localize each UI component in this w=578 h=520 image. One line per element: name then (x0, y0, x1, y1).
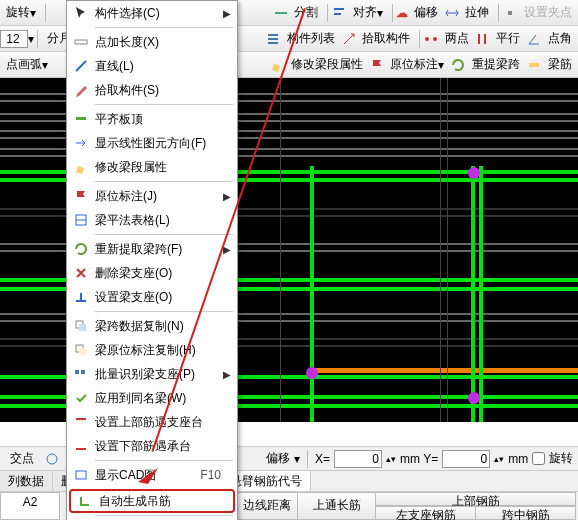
slab-icon (73, 111, 89, 127)
copy2-icon (73, 342, 89, 358)
parallel-icon (475, 31, 491, 47)
shortcut-label: F10 (200, 468, 221, 482)
menu-separator (95, 181, 233, 182)
grid-vertical (447, 78, 448, 422)
rotate-button[interactable]: 旋转 ▾ (2, 2, 40, 23)
menu-apply-same[interactable]: 应用到同名梁(W) (67, 386, 237, 410)
menu-set-upper[interactable]: 设置上部筋遇支座台 (67, 410, 237, 434)
col-upper-full[interactable]: 上通长筋 (298, 492, 376, 520)
list-icon (265, 31, 281, 47)
svg-rect-11 (529, 63, 539, 67)
rebar-button[interactable]: 梁筋 (544, 54, 576, 75)
arc-button[interactable]: 点画弧 ▾ (2, 54, 52, 75)
svg-rect-1 (334, 8, 344, 10)
tab-column-data[interactable]: 列数据 (0, 471, 53, 491)
parallel-button[interactable]: 平行 (492, 28, 524, 49)
col-upper-rebar: 上部钢筋 (376, 492, 576, 506)
offset-button[interactable]: 偏移 (410, 2, 442, 23)
beam-vertical[interactable] (310, 166, 314, 422)
menu-set-support[interactable]: 设置梁支座(O) (67, 285, 237, 309)
split-button[interactable]: 分割 (290, 2, 322, 23)
beam-node[interactable] (468, 392, 480, 404)
angle-icon (526, 31, 542, 47)
apply-icon (73, 390, 89, 406)
mm-label: mm (508, 452, 528, 466)
menu-component-select[interactable]: 构件选择(C)▶ (67, 1, 237, 25)
beam-orange[interactable] (310, 368, 578, 373)
spinner-icon[interactable]: ▴▾ (386, 454, 396, 464)
line-icon (73, 58, 89, 74)
offset-label: 偏移 (266, 450, 290, 467)
separator (419, 30, 420, 48)
separator (392, 4, 393, 22)
spinner-icon[interactable]: ▴▾ (494, 454, 504, 464)
menu-span-copy[interactable]: 梁跨数据复制(N) (67, 314, 237, 338)
menu-point-length[interactable]: 点加长度(X) (67, 30, 237, 54)
svg-rect-2 (334, 13, 341, 15)
beam-vertical[interactable] (471, 166, 475, 422)
font-size-select[interactable] (0, 30, 28, 48)
cursor-icon (73, 5, 89, 21)
svg-point-7 (425, 37, 429, 41)
rotate-label: 旋转 (549, 450, 573, 467)
beam-node[interactable] (468, 167, 480, 179)
point-angle-button[interactable]: 点角 (544, 28, 576, 49)
refresh-icon (450, 57, 466, 73)
y-input[interactable] (442, 450, 490, 468)
set-clamp-button[interactable]: 设置夹点 (520, 2, 576, 23)
menu-batch-recognize[interactable]: 批量识别梁支座(P)▶ (67, 362, 237, 386)
svg-rect-3 (508, 11, 512, 15)
svg-point-8 (433, 37, 437, 41)
stretch-icon (444, 5, 460, 21)
rotate-checkbox[interactable] (532, 452, 545, 465)
up-rebar-icon (73, 414, 89, 430)
cloud-icon: ☁ (396, 6, 408, 20)
align-icon (331, 5, 347, 21)
col-span-mid[interactable]: 跨中钢筋 (476, 506, 576, 520)
menu-beam-table[interactable]: 梁平法表格(L) (67, 208, 237, 232)
x-label: X= (315, 452, 330, 466)
picker-icon (341, 31, 357, 47)
menu-annot-copy[interactable]: 梁原位标注复制(H) (67, 338, 237, 362)
intersection-button[interactable]: 交点 (6, 448, 38, 469)
context-menu: 构件选择(C)▶ 点加长度(X) 直线(L) 拾取构件(S) 平齐板顶 显示线性… (66, 0, 238, 520)
in-situ-annotation-button[interactable]: 原位标注 ▾ (386, 54, 448, 75)
chevron-right-icon: ▶ (223, 8, 231, 19)
grid-vertical (280, 78, 281, 422)
table-icon (73, 212, 89, 228)
menu-separator (95, 27, 233, 28)
rebar-icon (526, 57, 542, 73)
svg-rect-12 (75, 40, 87, 44)
rotate-label: 旋转 (6, 4, 30, 21)
re-extract-span-button[interactable]: 重提梁跨 (468, 54, 524, 75)
menu-level-slab[interactable]: 平齐板顶 (67, 107, 237, 131)
align-button[interactable]: 对齐 ▾ (349, 2, 387, 23)
menu-show-direction[interactable]: 显示线性图元方向(F) (67, 131, 237, 155)
menu-pick[interactable]: 拾取构件(S) (67, 78, 237, 102)
separator (37, 30, 38, 48)
beam-vertical[interactable] (479, 166, 483, 422)
x-input[interactable] (334, 450, 382, 468)
svg-rect-25 (76, 471, 86, 479)
arrow-icon (73, 135, 89, 151)
col-left-seat[interactable]: 左支座钢筋 (376, 506, 476, 520)
svg-rect-22 (81, 370, 85, 374)
separator (45, 4, 46, 22)
menu-in-situ[interactable]: 原位标注(J)▶ (67, 184, 237, 208)
two-points-button[interactable]: 两点 (441, 28, 473, 49)
split-icon (273, 5, 289, 21)
cell-a2[interactable]: A2 (0, 492, 60, 520)
col-edge-distance[interactable]: 边线距离 (236, 492, 298, 520)
down-rebar-icon (73, 438, 89, 454)
pick-component-button[interactable]: 拾取构件 (358, 28, 414, 49)
modify-beam-attr-button[interactable]: 修改梁段属性 (287, 54, 367, 75)
copy-icon (73, 318, 89, 334)
svg-rect-14 (76, 117, 86, 120)
beam-node[interactable] (306, 367, 318, 379)
stretch-button[interactable]: 拉伸 (461, 2, 493, 23)
menu-re-extract[interactable]: 重新提取梁跨(F)▶ (67, 237, 237, 261)
menu-line[interactable]: 直线(L) (67, 54, 237, 78)
menu-modify-beam[interactable]: 修改梁段属性 (67, 155, 237, 179)
menu-separator (95, 104, 233, 105)
arrow-head-icon (136, 468, 158, 493)
